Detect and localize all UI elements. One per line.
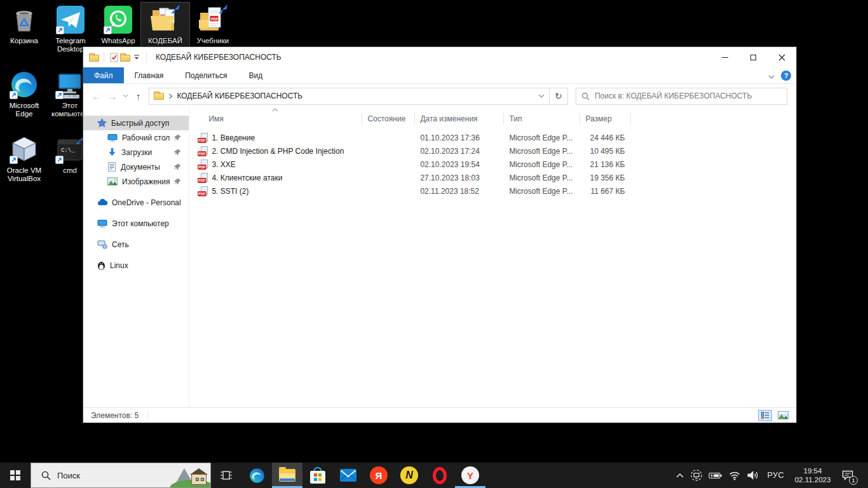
details-view-button[interactable] bbox=[758, 410, 772, 421]
refresh-button[interactable]: ↻ bbox=[550, 88, 568, 105]
shortcut-arrow-icon bbox=[104, 26, 112, 34]
taskbar-yellow-n-app-button[interactable]: N bbox=[394, 463, 424, 488]
file-list: Имя Состояние Дата изменения Тип Размер … bbox=[189, 108, 796, 407]
desktop-icon-kodebay[interactable]: PDFPDF КОДЕБАЙ bbox=[141, 3, 189, 46]
file-type: Microsoft Edge P... bbox=[504, 187, 580, 196]
desktop-icon-recycle-bin[interactable]: Корзина bbox=[0, 3, 48, 46]
taskbar-edge-button[interactable] bbox=[241, 463, 272, 488]
maximize-button[interactable] bbox=[739, 47, 768, 67]
task-view-button[interactable] bbox=[211, 463, 241, 488]
volume-icon[interactable] bbox=[747, 470, 759, 480]
cloud-icon bbox=[97, 199, 107, 206]
this-pc-icon bbox=[55, 69, 85, 100]
forward-button[interactable]: → bbox=[104, 91, 120, 102]
up-button[interactable]: ↑ bbox=[130, 91, 146, 102]
tab-share[interactable]: Поделиться bbox=[174, 67, 238, 83]
taskbar-yandex-browser-button[interactable]: Y bbox=[455, 463, 485, 488]
sidebar-item-quick-access[interactable]: Быстрый доступ bbox=[83, 116, 189, 130]
clock[interactable]: 19:54 02.11.2023 bbox=[792, 466, 833, 484]
desktop-icon-label: Учебники bbox=[197, 37, 229, 45]
sidebar-item-pictures[interactable]: Изображения bbox=[83, 174, 189, 189]
sidebar-item-onedrive[interactable]: OneDrive - Personal bbox=[83, 195, 189, 210]
desktop-icon-uchebniki[interactable]: PDF Учебники bbox=[189, 3, 237, 46]
taskbar-yandex-button[interactable]: Я bbox=[363, 463, 394, 488]
new-folder-button[interactable] bbox=[119, 51, 131, 63]
sidebar-item-network[interactable]: Сеть bbox=[83, 237, 189, 252]
taskbar-mail-button[interactable] bbox=[333, 463, 363, 488]
properties-button[interactable] bbox=[108, 51, 119, 63]
yellow-n-app-icon: N bbox=[400, 466, 418, 484]
sidebar-item-documents[interactable]: Документы bbox=[83, 159, 189, 174]
column-header-type[interactable]: Тип bbox=[504, 113, 580, 125]
recent-locations-button[interactable] bbox=[121, 94, 131, 98]
titlebar[interactable]: КОДЕБАЙ КИБЕРБЕЗОПАСНОСТЬ bbox=[83, 47, 796, 67]
taskbar-search-box[interactable] bbox=[31, 463, 211, 488]
telegram-icon bbox=[55, 4, 86, 35]
sort-ascending-icon[interactable] bbox=[272, 108, 278, 112]
address-dropdown-button[interactable] bbox=[534, 94, 549, 98]
file-row[interactable]: PDF3. XXE 02.10.2023 19:54 Microsoft Edg… bbox=[196, 158, 796, 171]
file-row[interactable]: PDF1. Введение 01.10.2023 17:36 Microsof… bbox=[196, 131, 796, 144]
sidebar-item-label: Документы bbox=[121, 163, 160, 172]
column-header-name[interactable]: Имя bbox=[196, 113, 362, 125]
qat-customize-button[interactable] bbox=[131, 51, 142, 63]
desktop-icon-whatsapp[interactable]: WhatsApp bbox=[94, 3, 142, 46]
cast-display-icon[interactable] bbox=[690, 469, 703, 482]
sidebar-item-label: Этот компьютер bbox=[112, 219, 169, 228]
shortcut-arrow-icon bbox=[56, 26, 64, 34]
shortcut-arrow-icon bbox=[55, 91, 64, 99]
wifi-icon[interactable] bbox=[728, 471, 741, 480]
taskbar-store-button[interactable] bbox=[302, 463, 333, 488]
command-prompt-icon: C:\_ bbox=[55, 134, 85, 165]
explorer-search-input[interactable] bbox=[595, 92, 782, 100]
language-indicator[interactable]: РУС bbox=[764, 471, 787, 480]
status-bar: Элементов: 5 bbox=[83, 407, 796, 423]
taskbar-file-explorer-button[interactable] bbox=[272, 463, 302, 488]
picture-icon bbox=[107, 177, 118, 186]
desktop-icon-virtualbox[interactable]: Oracle VM VirtualBox bbox=[0, 132, 48, 184]
back-button[interactable]: ← bbox=[88, 91, 104, 102]
action-center-button[interactable]: 1 bbox=[839, 463, 857, 488]
pin-icon bbox=[174, 178, 181, 185]
expand-ribbon-button[interactable] bbox=[768, 70, 775, 81]
file-size: 21 136 КБ bbox=[580, 160, 631, 169]
file-size: 11 667 КБ bbox=[580, 187, 631, 196]
search-icon bbox=[581, 92, 590, 100]
sidebar-item-linux[interactable]: Linux bbox=[83, 258, 189, 273]
explorer-system-icon[interactable] bbox=[88, 51, 100, 63]
sidebar-item-this-pc[interactable]: Этот компьютер bbox=[83, 216, 189, 231]
breadcrumb[interactable]: КОДЕБАЙ КИБЕРБЕЗОПАСНОСТЬ bbox=[177, 92, 302, 100]
separator bbox=[146, 52, 147, 62]
minimize-button[interactable] bbox=[710, 47, 739, 67]
file-row[interactable]: PDF4. Клиентские атаки 27.10.2023 18:03 … bbox=[196, 171, 796, 184]
sidebar-item-label: Быстрый доступ bbox=[111, 119, 169, 128]
column-header-modified[interactable]: Дата изменения bbox=[415, 113, 504, 125]
battery-charging-icon[interactable] bbox=[709, 471, 722, 480]
file-row[interactable]: PDF2. CMD Injection & PHP Code Injection… bbox=[196, 144, 796, 158]
tab-home[interactable]: Главная bbox=[124, 67, 175, 83]
hidden-icons-button[interactable] bbox=[675, 473, 684, 478]
pin-icon bbox=[174, 163, 181, 170]
start-button[interactable] bbox=[0, 463, 31, 488]
tab-view[interactable]: Вид bbox=[238, 67, 273, 83]
address-bar[interactable]: КОДЕБАЙ КИБЕРБЕЗОПАСНОСТЬ bbox=[149, 88, 549, 105]
search-highlight-image[interactable] bbox=[173, 463, 210, 488]
sidebar-item-downloads[interactable]: Загрузки bbox=[83, 145, 189, 159]
sidebar-item-desktop[interactable]: Рабочий стол bbox=[83, 130, 189, 145]
file-modified: 02.10.2023 19:54 bbox=[415, 160, 504, 169]
desktop-icon-edge[interactable]: Microsoft Edge bbox=[0, 67, 48, 119]
close-button[interactable] bbox=[768, 47, 796, 67]
taskbar-opera-button[interactable] bbox=[424, 463, 455, 488]
file-row[interactable]: PDF5. SSTI (2) 02.11.2023 18:52 Microsof… bbox=[196, 184, 796, 198]
explorer-search-box[interactable] bbox=[576, 88, 787, 105]
column-header-status[interactable]: Состояние bbox=[362, 113, 415, 125]
network-icon bbox=[97, 240, 107, 249]
column-header-size[interactable]: Размер bbox=[580, 113, 631, 125]
shortcut-arrow-icon bbox=[10, 156, 18, 164]
taskbar-search-input[interactable] bbox=[57, 471, 153, 480]
monitor-icon bbox=[97, 219, 107, 228]
help-button[interactable]: ? bbox=[781, 71, 791, 81]
large-icons-view-button[interactable] bbox=[776, 410, 790, 421]
virtualbox-cube-icon bbox=[9, 134, 39, 165]
tab-file[interactable]: Файл bbox=[83, 67, 124, 83]
